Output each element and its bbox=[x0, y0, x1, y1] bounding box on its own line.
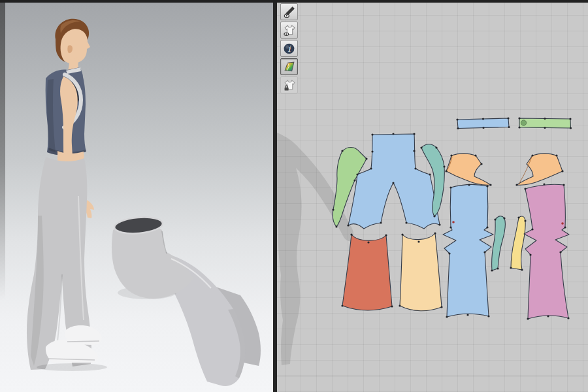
pattern-point[interactable] bbox=[570, 127, 572, 129]
pattern-point[interactable] bbox=[518, 126, 520, 128]
selected-point[interactable] bbox=[561, 222, 564, 225]
pattern-point[interactable] bbox=[486, 185, 488, 187]
pattern-point[interactable] bbox=[527, 318, 529, 319]
pattern-point[interactable] bbox=[405, 221, 407, 223]
pattern-point[interactable] bbox=[482, 127, 484, 129]
selected-point[interactable] bbox=[452, 221, 455, 223]
pattern-canvas[interactable] bbox=[277, 0, 588, 392]
pattern-point[interactable] bbox=[367, 241, 369, 243]
pattern-point[interactable] bbox=[544, 127, 546, 129]
show-info-button[interactable]: i bbox=[280, 40, 298, 57]
pattern-point[interactable] bbox=[483, 251, 485, 253]
draped-pants-3d[interactable] bbox=[112, 216, 261, 386]
pattern-point[interactable] bbox=[494, 218, 496, 220]
pattern-point[interactable] bbox=[332, 208, 334, 210]
pattern-point[interactable] bbox=[555, 154, 557, 156]
pattern-point[interactable] bbox=[482, 118, 484, 120]
pattern-point[interactable] bbox=[435, 146, 437, 148]
pattern-point[interactable] bbox=[401, 233, 403, 235]
pattern-point[interactable] bbox=[531, 154, 533, 156]
pattern-point[interactable] bbox=[561, 170, 563, 172]
pattern-point[interactable] bbox=[480, 163, 482, 165]
pattern-point[interactable] bbox=[510, 267, 512, 269]
pattern-point[interactable] bbox=[563, 184, 564, 186]
pattern-point[interactable] bbox=[503, 217, 505, 219]
pattern-point[interactable] bbox=[569, 118, 571, 120]
pattern-point[interactable] bbox=[446, 316, 448, 318]
pattern-point[interactable] bbox=[491, 269, 493, 271]
pattern-point[interactable] bbox=[487, 315, 489, 317]
pattern-point[interactable] bbox=[438, 223, 440, 225]
pattern-point[interactable] bbox=[449, 186, 451, 188]
pattern-point[interactable] bbox=[370, 167, 372, 169]
pattern-point[interactable] bbox=[341, 150, 343, 152]
pattern-piece-leg-panel-blue[interactable] bbox=[443, 184, 493, 318]
pattern-point[interactable] bbox=[413, 133, 415, 135]
pattern-piece-binding-yellow[interactable] bbox=[510, 216, 526, 271]
pattern-point[interactable] bbox=[417, 240, 419, 242]
pattern-piece-waistband-green[interactable] bbox=[518, 117, 572, 129]
panel-divider[interactable] bbox=[273, 0, 277, 392]
pattern-point[interactable] bbox=[450, 154, 452, 156]
pattern-point[interactable] bbox=[365, 157, 367, 159]
pattern-point[interactable] bbox=[531, 228, 533, 230]
pattern-point[interactable] bbox=[353, 179, 355, 181]
pattern-point[interactable] bbox=[391, 305, 393, 307]
pattern-point[interactable] bbox=[414, 167, 416, 169]
pattern-point[interactable] bbox=[433, 215, 435, 217]
pattern-point[interactable] bbox=[507, 117, 509, 119]
pattern-point[interactable] bbox=[497, 267, 498, 269]
pattern-point[interactable] bbox=[544, 118, 546, 120]
pattern-point[interactable] bbox=[347, 224, 349, 226]
pattern-point[interactable] bbox=[456, 118, 458, 120]
pattern-point[interactable] bbox=[335, 225, 337, 227]
show-texture-button[interactable] bbox=[280, 58, 298, 75]
pattern-point[interactable] bbox=[474, 154, 476, 156]
pattern-point[interactable] bbox=[392, 182, 394, 184]
pattern-point[interactable] bbox=[380, 221, 382, 223]
pattern-point[interactable] bbox=[518, 117, 520, 119]
pattern-point[interactable] bbox=[356, 173, 358, 175]
pattern-point[interactable] bbox=[524, 220, 526, 221]
pattern-point[interactable] bbox=[434, 232, 436, 234]
viewport-3d[interactable] bbox=[0, 0, 273, 392]
pattern-point[interactable] bbox=[543, 183, 545, 185]
show-garment-button[interactable] bbox=[280, 22, 298, 39]
pattern-point[interactable] bbox=[448, 252, 450, 254]
pattern-panel-2d[interactable]: i bbox=[277, 0, 588, 392]
pattern-point[interactable] bbox=[449, 226, 451, 228]
pattern-piece-yoke-orange-right[interactable] bbox=[515, 154, 563, 186]
pattern-point[interactable] bbox=[440, 306, 442, 308]
pattern-point[interactable] bbox=[350, 233, 352, 235]
pattern-point[interactable] bbox=[564, 226, 566, 228]
pattern-point[interactable] bbox=[385, 234, 387, 236]
pattern-point[interactable] bbox=[399, 304, 400, 306]
pattern-point[interactable] bbox=[567, 317, 569, 319]
lock-pattern-button[interactable] bbox=[280, 76, 298, 93]
pattern-point[interactable] bbox=[521, 269, 523, 270]
pattern-point[interactable] bbox=[466, 314, 468, 316]
pattern-point[interactable] bbox=[524, 188, 526, 189]
pattern-piece-waistband-blue[interactable] bbox=[456, 117, 510, 129]
pattern-point[interactable] bbox=[515, 184, 517, 186]
pattern-point[interactable] bbox=[486, 226, 488, 228]
pattern-point[interactable] bbox=[413, 150, 415, 152]
show-seamline-button[interactable] bbox=[280, 3, 298, 20]
pattern-point[interactable] bbox=[508, 126, 510, 128]
pattern-point[interactable] bbox=[468, 184, 470, 186]
pattern-point[interactable] bbox=[392, 133, 394, 135]
pattern-point[interactable] bbox=[529, 253, 531, 255]
pattern-piece-lower-panel-peach[interactable] bbox=[399, 232, 442, 310]
pattern-piece-binding-teal[interactable] bbox=[491, 216, 505, 272]
pattern-piece-yoke-orange-left[interactable] bbox=[445, 154, 491, 186]
pattern-point[interactable] bbox=[341, 304, 343, 306]
pattern-point[interactable] bbox=[559, 251, 561, 253]
pattern-point[interactable] bbox=[547, 315, 549, 317]
pattern-point[interactable] bbox=[489, 184, 491, 186]
pattern-point[interactable] bbox=[371, 133, 373, 135]
pattern-point[interactable] bbox=[371, 150, 373, 152]
pattern-point[interactable] bbox=[443, 165, 445, 167]
pattern-point[interactable] bbox=[429, 173, 431, 175]
pattern-point[interactable] bbox=[457, 127, 459, 129]
pattern-point[interactable] bbox=[420, 146, 422, 148]
